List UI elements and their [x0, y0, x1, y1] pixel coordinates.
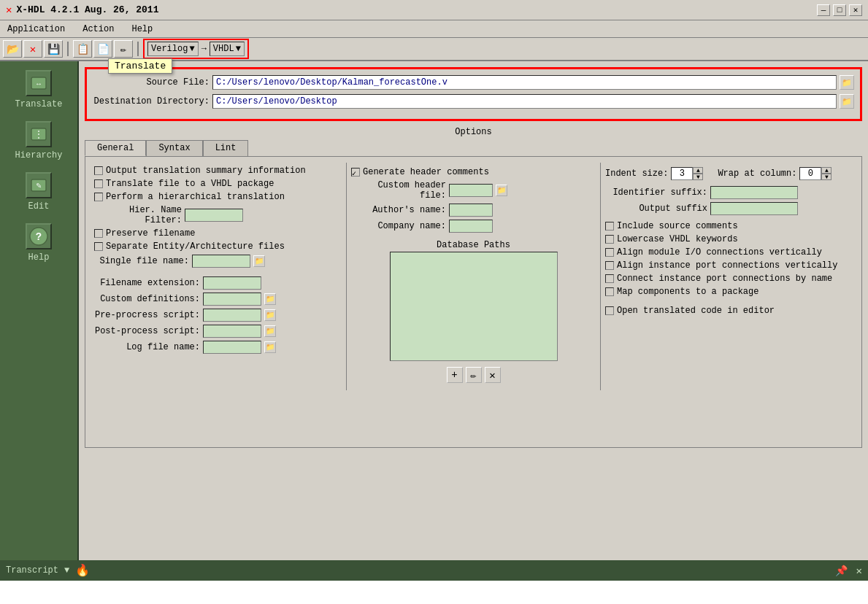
tab-lint[interactable]: Lint — [203, 140, 249, 156]
sidebar-item-translate[interactable]: ↔ Translate — [6, 67, 72, 112]
sidebar: ↔ Translate ⋮ Hierarchy ✎ Edit — [0, 61, 79, 560]
output-summary-checkbox[interactable] — [94, 166, 103, 175]
toolbar-paste-button[interactable]: 📄 — [93, 40, 112, 58]
log-file-browse[interactable]: 📁 — [264, 341, 276, 353]
hier-filter-input[interactable] — [185, 209, 243, 222]
vhdl-dropdown[interactable]: VHDL ▼ — [210, 42, 245, 56]
post-process-input[interactable] — [203, 325, 261, 338]
open-editor-label: Open translated code in editor — [617, 306, 775, 316]
tab-general[interactable]: General — [85, 140, 146, 156]
output-suffix-input[interactable] — [710, 202, 798, 215]
open-editor-checkbox[interactable] — [605, 306, 614, 315]
connect-port-checkbox[interactable] — [605, 274, 614, 283]
indent-up-button[interactable]: ▲ — [693, 167, 703, 174]
sidebar-item-edit[interactable]: ✎ Edit — [6, 169, 72, 214]
cb-align-port: Align instance port connections vertical… — [605, 260, 851, 271]
id-suffix-input[interactable] — [710, 186, 798, 199]
map-comp-label: Map components to a package — [617, 287, 758, 297]
pre-process-browse[interactable]: 📁 — [264, 309, 276, 321]
indent-size-input[interactable] — [671, 167, 693, 180]
company-row: Company name: — [351, 220, 596, 233]
options-col1: Output translation summary information T… — [91, 163, 346, 390]
tab-syntax[interactable]: Syntax — [146, 140, 202, 156]
custom-header-input[interactable] — [449, 184, 493, 197]
wrap-spinner: ▲ ▼ — [799, 167, 831, 180]
separate-entity-checkbox[interactable] — [94, 242, 103, 251]
custom-def-input[interactable] — [203, 293, 261, 306]
toolbar-copy-button[interactable]: 📋 — [73, 40, 92, 58]
dropdown-icon[interactable]: ▼ — [64, 565, 69, 576]
translate-package-checkbox[interactable] — [94, 179, 103, 188]
transcript-header: Transcript ▼ 🔥 📌 ✕ — [0, 560, 868, 581]
indent-down-button[interactable]: ▼ — [693, 174, 703, 180]
pin-icon[interactable]: 📌 — [835, 565, 848, 577]
company-input[interactable] — [449, 220, 493, 233]
source-file-label: Source File: — [93, 77, 210, 88]
custom-header-browse[interactable]: 📁 — [496, 185, 507, 196]
app-icon: ✕ — [6, 4, 12, 16]
dest-dir-input[interactable] — [212, 94, 837, 109]
verilog-dropdown[interactable]: Verilog ▼ — [147, 42, 199, 56]
db-paths-label: Database Paths — [351, 239, 596, 252]
toolbar-open-button[interactable]: 📂 — [3, 40, 22, 58]
indent-spinner: ▲ ▼ — [671, 167, 703, 180]
align-io-checkbox[interactable] — [605, 248, 614, 257]
filename-ext-input[interactable] — [203, 276, 261, 290]
maximize-button[interactable]: □ — [833, 4, 846, 16]
close-transcript-icon[interactable]: ✕ — [856, 565, 862, 577]
minimize-button[interactable]: — — [817, 4, 830, 16]
db-paths-list[interactable] — [390, 252, 558, 361]
custom-def-browse[interactable]: 📁 — [264, 293, 276, 305]
verilog-label: Verilog — [151, 44, 188, 54]
hier-filter-row: Hier. Name Filter: — [94, 205, 343, 225]
menu-action[interactable]: Action — [78, 23, 118, 36]
edit-icon-svg: ✎ — [28, 175, 49, 195]
custom-def-row: Custom definitions: 📁 — [94, 293, 343, 306]
gen-header-checkbox[interactable]: ✓ — [351, 168, 360, 177]
source-comments-checkbox[interactable] — [605, 222, 614, 231]
tab-content-general: Output translation summary information T… — [85, 156, 862, 448]
close-button[interactable]: ✕ — [849, 4, 862, 16]
db-add-button[interactable]: + — [447, 367, 463, 383]
toolbar-close-button[interactable]: ✕ — [23, 40, 42, 58]
wrap-up-button[interactable]: ▲ — [821, 167, 831, 174]
options-grid: Output translation summary information T… — [91, 163, 856, 390]
cb-hierarchical: Perform a hierarchical translation — [94, 192, 343, 202]
align-port-checkbox[interactable] — [605, 261, 614, 270]
filename-ext-row: Filename extension: — [94, 276, 343, 290]
db-edit-button[interactable]: ✏ — [466, 367, 482, 383]
content-area: Source File: 📁 Destination Directory: 📁 … — [79, 61, 868, 560]
svg-text:⋮: ⋮ — [34, 130, 43, 140]
preserve-filename-checkbox[interactable] — [94, 229, 103, 238]
source-file-browse-button[interactable]: 📁 — [840, 75, 854, 90]
wrap-col-input[interactable] — [799, 167, 821, 180]
toolbar-save-button[interactable]: 💾 — [44, 40, 63, 58]
sidebar-item-help[interactable]: ? Help — [6, 220, 72, 266]
wrap-down-button[interactable]: ▼ — [821, 174, 831, 180]
output-summary-label: Output translation summary information — [106, 166, 306, 176]
cb-separate-entity: Separate Entity/Architecture files — [94, 241, 343, 252]
post-process-browse[interactable]: 📁 — [264, 325, 276, 337]
lowercase-checkbox[interactable] — [605, 235, 614, 244]
source-section: Source File: 📁 Destination Directory: 📁 — [85, 67, 862, 121]
single-file-input[interactable] — [192, 255, 250, 268]
cb-preserve-filename: Preserve filename — [94, 228, 343, 239]
edit-sidebar-icon: ✎ — [26, 172, 52, 198]
hier-filter-label: Hier. Name Filter: — [94, 205, 182, 225]
log-file-input[interactable] — [203, 341, 261, 354]
menu-application[interactable]: Application — [3, 23, 69, 36]
toolbar-edit-button[interactable]: ✏️ — [114, 40, 133, 58]
menu-help[interactable]: Help — [127, 23, 157, 36]
db-delete-button[interactable]: ✕ — [485, 367, 501, 383]
single-file-label: Single file name: — [94, 256, 189, 266]
sidebar-item-hierarchy[interactable]: ⋮ Hierarchy — [6, 118, 72, 163]
source-file-input[interactable] — [212, 75, 837, 90]
map-comp-checkbox[interactable] — [605, 287, 614, 296]
hierarchical-checkbox[interactable] — [94, 193, 103, 201]
dest-dir-browse-button[interactable]: 📁 — [840, 94, 854, 109]
single-file-browse[interactable]: 📁 — [253, 255, 265, 267]
indent-size-label: Indent size: — [605, 169, 668, 179]
pre-process-input[interactable] — [203, 309, 261, 322]
author-input[interactable] — [449, 204, 493, 217]
hierarchical-label: Perform a hierarchical translation — [106, 192, 285, 202]
